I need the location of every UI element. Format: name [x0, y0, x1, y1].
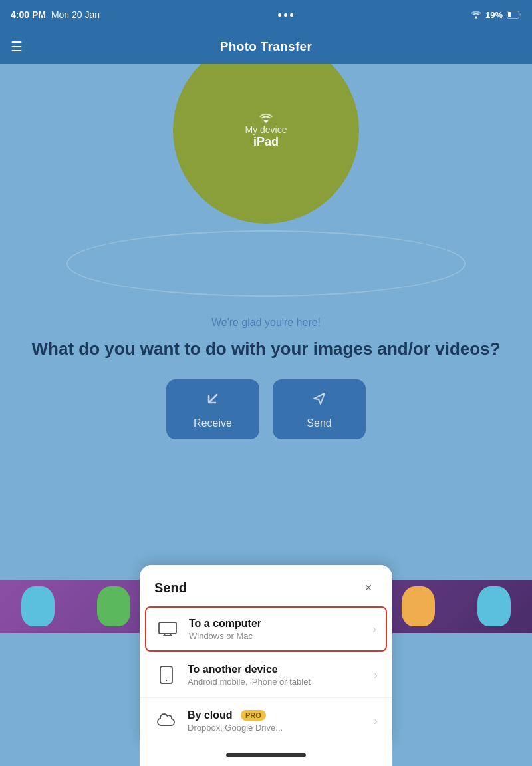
status-right: 19% — [471, 10, 521, 20]
device-circle-container: My device iPad — [0, 64, 532, 224]
computer-item-text: To a computer Windows or Mac — [189, 618, 367, 641]
device-label: My device — [245, 124, 287, 135]
cloud-svg — [156, 713, 176, 728]
app-title: Photo Transfer — [220, 39, 312, 54]
device-circle: My device iPad — [173, 64, 359, 224]
action-buttons: Receive Send — [0, 379, 532, 439]
modal-card: Send × To a computer Windows or Mac › — [140, 565, 392, 743]
bear-orange — [402, 586, 435, 626]
cloud-item-text: By cloud PRO Dropbox, Google Drive... — [188, 709, 368, 733]
modal-item-cloud[interactable]: By cloud PRO Dropbox, Google Drive... › — [140, 697, 392, 743]
bear-green — [97, 586, 130, 626]
svg-point-4 — [166, 680, 167, 681]
cloud-item-subtitle: Dropbox, Google Drive... — [188, 723, 368, 733]
modal-header: Send × — [140, 565, 392, 606]
close-icon: × — [365, 581, 372, 595]
send-modal: Send × To a computer Windows or Mac › — [140, 565, 392, 766]
device-chevron: › — [374, 668, 378, 682]
cloud-chevron: › — [374, 714, 378, 728]
battery-icon — [507, 11, 521, 19]
device-item-title: To another device — [188, 664, 368, 675]
app-header: ☰ Photo Transfer — [0, 29, 532, 64]
welcome-section: We're glad you're here! What do you want… — [0, 303, 532, 361]
receive-arrow-icon — [203, 389, 222, 408]
svg-rect-2 — [159, 622, 176, 634]
device-name: iPad — [253, 135, 279, 149]
cloud-item-title: By cloud PRO — [188, 709, 368, 721]
home-indicator — [140, 743, 392, 766]
modal-item-computer[interactable]: To a computer Windows or Mac › — [145, 606, 387, 652]
computer-icon — [156, 617, 180, 641]
phone-svg — [160, 666, 173, 684]
connection-area — [0, 224, 532, 303]
receive-label: Receive — [194, 417, 232, 429]
cloud-icon — [154, 709, 178, 733]
computer-chevron: › — [372, 622, 376, 636]
status-date: Mon 20 Jan — [51, 9, 100, 20]
computer-item-subtitle: Windows or Mac — [189, 631, 367, 641]
device-item-text: To another device Android mobile, iPhone… — [188, 664, 368, 687]
welcome-subtitle: We're glad you're here! — [27, 317, 505, 329]
modal-item-device[interactable]: To another device Android mobile, iPhone… — [140, 652, 392, 697]
device-icon — [154, 663, 178, 687]
receive-icon — [203, 389, 222, 412]
svg-rect-1 — [508, 12, 511, 17]
modal-close-button[interactable]: × — [359, 578, 378, 597]
connection-arc — [66, 230, 466, 297]
battery-percent: 19% — [485, 10, 503, 20]
modal-title: Send — [154, 580, 187, 596]
send-arrow-icon — [310, 389, 329, 408]
pro-badge: PRO — [241, 710, 266, 721]
monitor-svg — [158, 622, 177, 636]
home-bar — [226, 753, 306, 757]
bear-teal — [21, 586, 55, 626]
main-content: My device iPad We're glad you're here! W… — [0, 64, 532, 766]
wifi-status-icon — [471, 11, 481, 19]
status-time: 4:00 PM — [11, 9, 46, 20]
status-center-dots — [278, 13, 293, 17]
menu-button[interactable]: ☰ — [11, 39, 23, 55]
send-label: Send — [307, 417, 331, 429]
device-wifi-icon — [258, 112, 274, 124]
status-bar: 4:00 PM Mon 20 Jan 19% — [0, 0, 532, 29]
computer-item-title: To a computer — [189, 618, 367, 630]
send-button[interactable]: Send — [273, 379, 366, 439]
welcome-question: What do you want to do with your images … — [27, 338, 505, 361]
send-icon — [310, 389, 329, 412]
receive-button[interactable]: Receive — [166, 379, 259, 439]
device-item-subtitle: Android mobile, iPhone or tablet — [188, 677, 368, 687]
bear-teal-3 — [477, 586, 511, 626]
